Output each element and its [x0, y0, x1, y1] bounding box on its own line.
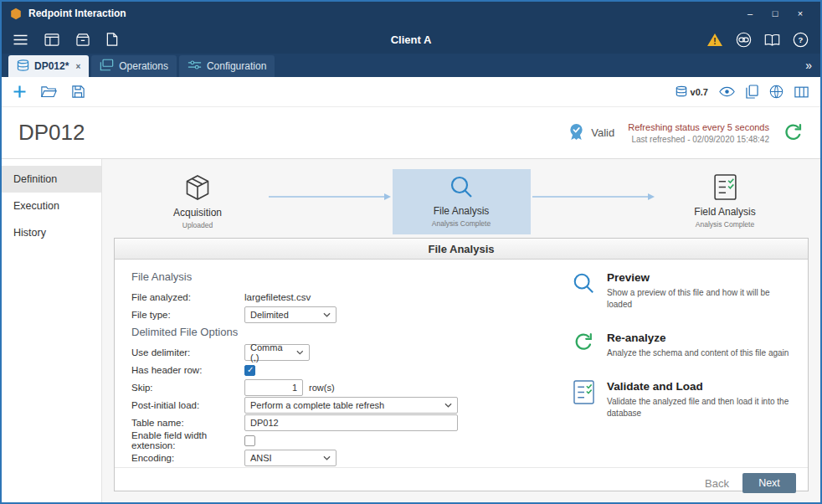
layout-panels-icon[interactable] — [794, 86, 809, 98]
selected-option: Perform a complete table refresh — [250, 400, 384, 410]
save-icon[interactable] — [72, 85, 85, 98]
action-title: Preview — [607, 271, 794, 284]
selected-option: Delimited — [250, 310, 289, 320]
step-file-analysis[interactable]: File Analysis Analysis Complete — [393, 169, 531, 234]
panel-actions: Preview Show a preview of this file and … — [570, 271, 794, 419]
question-glyph: ? — [799, 34, 804, 44]
globe-icon[interactable] — [769, 85, 783, 99]
tab-operations[interactable]: Operations — [91, 55, 177, 77]
action-desc: Validate the analyzed file and then load… — [607, 396, 794, 419]
post-initial-load-select[interactable]: Perform a complete table refresh — [244, 397, 458, 414]
step-subtitle: Analysis Complete — [696, 220, 754, 229]
panel-title: File Analysis — [115, 239, 808, 260]
use-delimiter-select[interactable]: Comma (,) — [244, 344, 310, 361]
has-header-row-checkbox[interactable] — [244, 365, 255, 376]
magnifier-icon — [449, 174, 474, 203]
client-name: Client A — [391, 33, 432, 46]
refresh-interval-text: Refreshing status every 5 seconds — [628, 122, 769, 132]
validate-and-load-action[interactable]: Validate and Load Validate the analyzed … — [570, 380, 794, 419]
step-title: Field Analysis — [694, 206, 755, 218]
maximize-button[interactable]: □ — [763, 4, 787, 23]
selected-option: ANSI — [250, 453, 272, 463]
stepper-arrow — [531, 189, 656, 204]
help-icon[interactable]: ? — [793, 32, 809, 48]
valid-check-icon — [568, 123, 585, 143]
page-header: DP012 Valid Refreshing status every 5 se… — [2, 107, 820, 159]
step-title: Acquisition — [173, 207, 222, 219]
step-field-analysis[interactable]: Field Analysis Analysis Complete — [656, 169, 794, 234]
stepper-arrow — [267, 189, 393, 204]
minimize-button[interactable]: – — [738, 4, 762, 23]
window-controls: – □ × — [738, 4, 812, 23]
table-name-input[interactable] — [244, 414, 458, 431]
tab-label: Configuration — [207, 60, 266, 72]
action-title: Validate and Load — [607, 380, 794, 393]
preview-magnifier-icon — [570, 271, 597, 311]
form-row: Skip: row(s) — [131, 379, 600, 396]
back-button[interactable]: Back — [705, 477, 729, 490]
documentation-book-icon[interactable] — [764, 33, 780, 46]
tab-dp012[interactable]: DP012* × — [8, 55, 89, 77]
next-button[interactable]: Next — [742, 473, 796, 493]
version-badge: v0.7 — [676, 85, 708, 99]
open-folder-icon[interactable] — [41, 85, 57, 98]
encoding-select[interactable]: ANSI — [244, 450, 337, 466]
post-initial-load-label: Post-initial load: — [131, 400, 244, 410]
menu-icon[interactable] — [13, 34, 28, 45]
chevron-down-icon — [323, 455, 331, 460]
tabbar: DP012* × Operations Configuration » — [2, 54, 820, 77]
tab-overflow-chevrons[interactable]: » — [797, 59, 820, 72]
step-subtitle: Uploaded — [182, 221, 213, 229]
file-type-select[interactable]: Delimited — [244, 306, 337, 323]
add-icon[interactable] — [13, 85, 26, 98]
last-refreshed-text: Last refreshed - 02/09/2020 15:48:42 — [628, 135, 769, 144]
alerts-warning-icon[interactable]: ! — [706, 33, 723, 47]
file-analysis-panel: File Analysis File Analysis File analyze… — [114, 238, 809, 491]
reanalyze-refresh-icon — [570, 332, 597, 359]
form-row: Post-initial load: Perform a complete ta… — [131, 397, 600, 414]
file-analysis-form: File Analysis File analyzed: largefilete… — [131, 270, 600, 466]
chevron-down-icon — [444, 403, 452, 408]
section-heading-file-analysis: File Analysis — [131, 270, 600, 283]
body: Definition Execution History Acquisition… — [2, 159, 820, 502]
file-settings-icon[interactable] — [106, 33, 118, 46]
skip-label: Skip: — [131, 383, 244, 393]
version-label: v0.7 — [691, 87, 708, 97]
refresh-status: Refreshing status every 5 seconds Last r… — [628, 122, 769, 144]
action-desc: Analyze the schema and content of this f… — [607, 347, 789, 359]
skip-input[interactable] — [244, 379, 303, 396]
sidebar-item-history[interactable]: History — [2, 219, 101, 246]
file-analyzed-value: largefiletest.csv — [244, 292, 311, 302]
package-box-icon — [184, 174, 211, 204]
package-icon[interactable] — [76, 33, 90, 46]
close-button[interactable]: × — [789, 4, 812, 23]
form-row: Use delimiter: Comma (,) — [131, 344, 600, 361]
tab-configuration[interactable]: Configuration — [179, 55, 275, 77]
panel-footer: Back Next — [115, 467, 808, 498]
app-logo-icon — [10, 8, 22, 20]
sidebar-item-definition[interactable]: Definition — [2, 166, 101, 193]
field-width-extension-checkbox[interactable] — [244, 435, 255, 446]
copy-icon[interactable] — [746, 85, 758, 99]
sidebar-item-execution[interactable]: Execution — [2, 193, 101, 219]
form-row: File analyzed: largefiletest.csv — [131, 289, 600, 306]
use-delimiter-label: Use delimiter: — [131, 347, 244, 357]
tab-close-icon[interactable]: × — [75, 62, 80, 71]
tab-label: DP012* — [34, 60, 69, 72]
has-header-row-label: Has header row: — [131, 365, 244, 375]
step-acquisition[interactable]: Acquisition Uploaded — [129, 169, 267, 234]
form-row: File type: Delimited — [131, 306, 600, 323]
configuration-icon — [188, 59, 202, 73]
boards-icon[interactable] — [44, 33, 59, 46]
main-toolbar: Client A ! ? — [2, 25, 820, 54]
action-desc: Show a preview of this file and how it w… — [607, 287, 794, 311]
refresh-button[interactable] — [783, 122, 804, 143]
form-row: Table name: — [131, 414, 600, 431]
reanalyze-action[interactable]: Re-analyze Analyze the schema and conten… — [570, 332, 794, 359]
step-subtitle: Analysis Complete — [432, 219, 491, 228]
connections-icon[interactable] — [736, 32, 752, 48]
preview-action[interactable]: Preview Show a preview of this file and … — [570, 271, 794, 311]
preview-eye-icon[interactable] — [719, 86, 735, 97]
tab-label: Operations — [119, 60, 168, 72]
app-window: Redpoint Interaction – □ × Client A — [0, 0, 822, 504]
